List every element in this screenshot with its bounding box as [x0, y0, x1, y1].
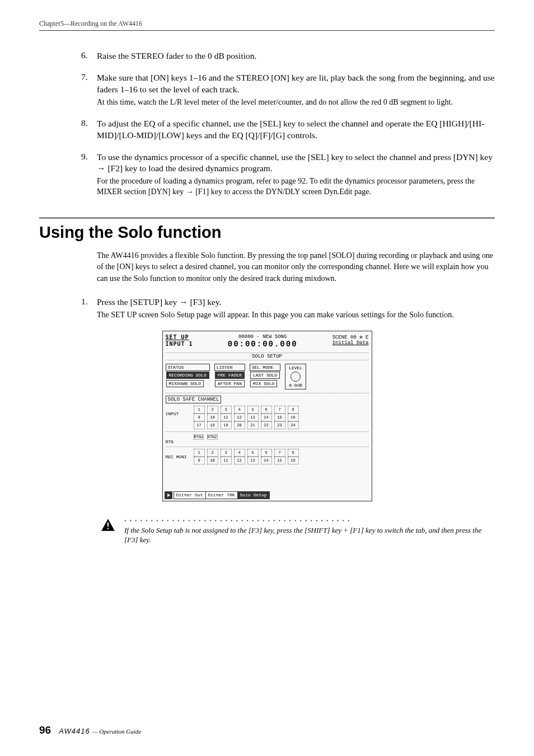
ch-button[interactable]: 3	[221, 449, 232, 457]
ch-button[interactable]: 4	[234, 449, 245, 457]
step-main-text: To adjust the EQ of a specific channel, …	[97, 118, 495, 142]
step-sub-text: At this time, watch the L/R level meter …	[97, 97, 495, 108]
section-heading: Using the Solo function	[39, 223, 495, 242]
ch-button[interactable]: 18	[207, 421, 218, 429]
step-main-text: Make sure that [ON] keys 1–16 and the ST…	[97, 72, 495, 96]
note-dots: ••••••••••••••••••••••••••••••••••••••••…	[124, 518, 484, 524]
ch-button[interactable]: 4	[234, 406, 245, 414]
ch-button[interactable]: 22	[261, 421, 272, 429]
time-counter: 00:00:00.000	[228, 340, 298, 349]
ch-button[interactable]: 1	[194, 406, 205, 414]
ch-button[interactable]: 13	[247, 457, 259, 464]
sel-mode-label: SEL MODE	[250, 364, 280, 371]
rec-moni-label: REC MONI	[166, 449, 188, 459]
ch-button[interactable]: 10	[207, 414, 218, 421]
input-buttons-row2: 9 10 11 12 13 14 15 16	[194, 414, 300, 421]
step-number: 8.	[81, 118, 97, 142]
ch-button[interactable]: 3	[221, 406, 232, 414]
step-9: 9. To use the dynamics processor of a sp…	[81, 152, 495, 198]
ch-button[interactable]: 12	[234, 457, 245, 464]
footer-subtitle: — Operation Guide	[92, 728, 141, 735]
rtn2-button[interactable]: RTN2	[207, 434, 218, 440]
warning-icon	[101, 518, 118, 534]
step-7: 7. Make sure that [ON] keys 1–16 and the…	[81, 72, 495, 108]
pre-fader-button[interactable]: PRE FADER	[215, 372, 245, 379]
ch-button[interactable]: 10	[207, 457, 218, 464]
step-number: 7.	[81, 72, 97, 108]
step-main-text: Raise the STEREO fader to the 0 dB posit…	[97, 50, 495, 62]
ch-button[interactable]: 6	[261, 449, 272, 457]
ch-button[interactable]: 14	[261, 414, 272, 421]
rtn1-button[interactable]: RTN1	[194, 434, 204, 440]
ch-button[interactable]: 24	[288, 421, 299, 429]
rec-buttons-row1: 1 2 3 4 5 6 7 8	[194, 449, 300, 457]
section-intro: The AW4416 provides a flexible Solo func…	[39, 250, 495, 284]
listen-label: LISTEN	[214, 364, 245, 371]
ch-button[interactable]: 5	[247, 406, 259, 414]
step-number: 9.	[81, 152, 97, 198]
ch-button[interactable]: 23	[274, 421, 285, 429]
song-name: 00000 - NEW SONG	[228, 334, 298, 340]
ch-button[interactable]: 14	[261, 457, 272, 464]
input-buttons-row1: 1 2 3 4 5 6 7 8	[194, 406, 300, 414]
solo-setup-label: SOLO SETUP	[166, 353, 369, 360]
ch-button[interactable]: 16	[288, 414, 299, 421]
step-1: 1. Press the [SETUP] key → [F3] key. The…	[81, 297, 495, 321]
ch-button[interactable]: 1	[194, 449, 205, 457]
level-knob[interactable]	[291, 372, 301, 382]
ch-button[interactable]: 7	[274, 406, 285, 414]
ch-button[interactable]: 21	[247, 421, 259, 429]
tab-dither-out[interactable]: Dither Out	[174, 491, 206, 499]
scene-label: SCENE 00	[332, 335, 357, 340]
ch-button[interactable]: 2	[207, 449, 218, 457]
step-main-text: Press the [SETUP] key → [F3] key.	[97, 297, 495, 308]
ch-button[interactable]: 12	[234, 414, 245, 421]
ch-button[interactable]: 19	[221, 421, 232, 429]
ch-button[interactable]: 8	[288, 449, 299, 457]
ch-button[interactable]: 2	[207, 406, 218, 414]
play-icon[interactable]	[165, 491, 172, 499]
mixdown-solo-button[interactable]: MIXDOWN SOLO	[166, 380, 204, 387]
screen-input: INPUT 1	[166, 341, 193, 347]
initial-data: Initial Data	[332, 340, 369, 346]
level-label: LEVEL	[289, 365, 302, 370]
page-footer: 96 AW4416 — Operation Guide	[39, 724, 141, 736]
note-block: ••••••••••••••••••••••••••••••••••••••••…	[39, 518, 495, 545]
after-pan-button[interactable]: AFTER PAN	[215, 380, 245, 387]
ch-button[interactable]: 20	[234, 421, 245, 429]
svg-rect-0	[107, 522, 109, 527]
ch-button[interactable]: 13	[247, 414, 259, 421]
ch-button[interactable]: 7	[274, 449, 285, 457]
svg-rect-1	[107, 528, 109, 529]
status-label: STATUS	[166, 364, 210, 371]
ch-button[interactable]: 17	[194, 421, 205, 429]
step-sub-text: For the procedure of loading a dynamics …	[97, 176, 495, 198]
ch-button[interactable]: 9	[194, 414, 205, 421]
step-number: 1.	[81, 297, 97, 321]
tab-solo-setup[interactable]: Solo Setup	[237, 491, 270, 499]
ch-button[interactable]: 11	[221, 414, 232, 421]
ch-button[interactable]: 8	[288, 406, 299, 414]
note-text: If the Solo Setup tab is not assigned to…	[124, 525, 484, 545]
recording-solo-button[interactable]: RECORDING SOLO	[166, 372, 209, 379]
input-buttons-row3: 17 18 19 20 21 22 23 24	[194, 421, 300, 429]
lcd-screen: SET UP INPUT 1 00000 - NEW SONG 00:00:00…	[162, 331, 372, 501]
ch-button[interactable]: 5	[247, 449, 259, 457]
ch-button[interactable]: 16	[288, 457, 299, 464]
section-title-block: Using the Solo function	[39, 217, 495, 242]
ch-button[interactable]: 6	[261, 406, 272, 414]
tab-dither-trk[interactable]: Dither TRK	[205, 491, 238, 499]
ch-button[interactable]: 15	[274, 457, 285, 464]
screen-figure: SET UP INPUT 1 00000 - NEW SONG 00:00:00…	[39, 331, 495, 501]
footer-logo: AW4416	[59, 727, 90, 735]
step-number: 6.	[81, 50, 97, 62]
step-main-text: To use the dynamics processor of a speci…	[97, 152, 495, 175]
last-solo-button[interactable]: LAST SOLO	[250, 372, 280, 379]
input-label: INPUT	[166, 406, 188, 416]
level-db: 0.0dB	[289, 383, 302, 388]
mix-solo-button[interactable]: MIX SOLO	[250, 380, 277, 387]
ch-button[interactable]: 9	[194, 457, 205, 464]
rec-buttons-row2: 9 10 11 12 13 14 15 16	[194, 457, 300, 464]
ch-button[interactable]: 15	[274, 414, 285, 421]
ch-button[interactable]: 11	[221, 457, 232, 464]
